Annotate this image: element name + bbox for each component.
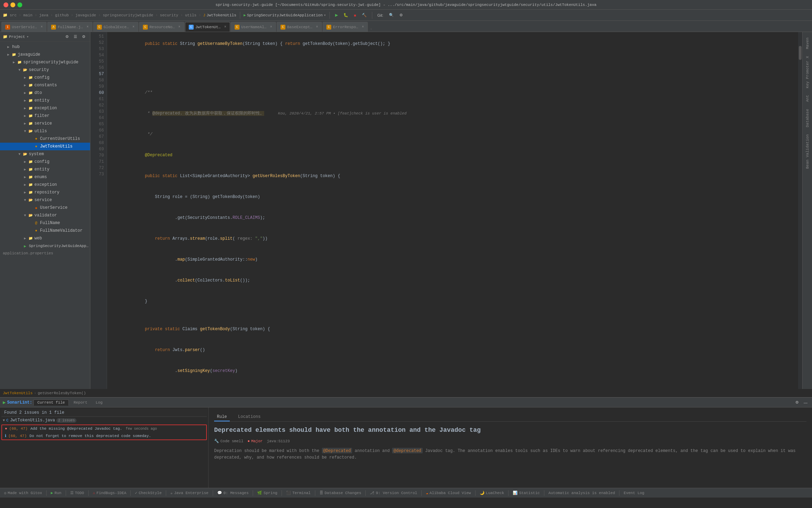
code-area[interactable]: 51 52 53 54 55 56 57 58 59 60 61 62 63 6… [90,32,802,389]
tree-item-enums[interactable]: ▶ 📁 enums [0,173,90,181]
tab-close-jwttokenutils[interactable]: × [224,25,226,29]
tree-item-security[interactable]: ▼ 📂 security [0,66,90,74]
bottom-close-button[interactable]: — [802,400,809,405]
status-statistic[interactable]: 📊 Statistic [511,491,541,495]
tree-item-javaguide[interactable]: ▶ 📁 javaguide [0,51,90,58]
bottom-settings-button[interactable]: ⚙ [794,399,801,405]
tab-close-resourcenotfound[interactable]: × [178,25,180,29]
tree-item-service-security[interactable]: ▶ 📁 service [0,120,90,127]
issue-item-1[interactable]: ● (60, 47) Add the missing @deprecated J… [2,425,206,432]
tree-item-currentuserutils[interactable]: ● CurrentUserUtils [0,135,90,143]
tree-item-system[interactable]: ▼ 📂 system [0,150,90,158]
tree-item-springsecurity[interactable]: ▶ 📁 springsecurityjwtguide [0,58,90,66]
toolbar-main[interactable]: main [23,13,32,17]
tree-item-dto[interactable]: ▶ 📁 dto [0,89,90,97]
issue-file-row[interactable]: ▼ C JwtTokenUtils.java 2 issues [1,417,207,424]
status-spring[interactable]: 🌿 Spring [256,491,279,495]
status-made-with[interactable]: ◎ Made with Gitox [3,491,43,495]
tab-jwttokenutils[interactable]: C JwtTokenUtils.java × [185,22,230,32]
status-todo[interactable]: ☰ TODO [69,491,86,495]
database-tab[interactable]: Database [804,106,811,130]
vertical-scrollbar[interactable] [798,32,802,389]
rule-tab-rule[interactable]: Rule [214,413,230,421]
tree-item-config2[interactable]: ▶ 📁 config [0,158,90,166]
status-event-log[interactable]: Event Log [622,491,645,495]
toolbar-src[interactable]: src [10,13,17,17]
sidebar-settings-button[interactable]: ☰ [72,34,79,40]
tree-item-fullname[interactable]: @ FullName [0,219,90,227]
tree-item-config[interactable]: ▶ 📁 config [0,74,90,81]
code-content[interactable]: public static String getUsernameByToken(… [107,32,798,389]
status-checkstyle[interactable]: ✓ CheckStyle [133,491,163,495]
tree-item-entity[interactable]: ▶ 📁 entity [0,97,90,104]
tree-item-web[interactable]: ▶ 📁 web [0,235,90,242]
tab-close-fullname[interactable]: × [87,25,89,29]
tree-item-service-system[interactable]: ▼ 📂 service [0,196,90,204]
tab-close-globalexception[interactable]: × [132,25,135,29]
tab-report[interactable]: Report [70,400,91,405]
sidebar-gear-button[interactable]: ⚙ [64,34,71,40]
tree-item-exception[interactable]: ▶ 📁 exception [0,104,90,112]
toolbar-security[interactable]: security [160,13,178,17]
tree-item-jwttokenutils[interactable]: ● JwtTokenUtils [0,143,90,150]
tree-item-properties[interactable]: application.properties [0,250,90,257]
toolbar-java[interactable]: java [39,13,48,17]
sonarlint-run-icon[interactable]: ▶ [3,399,6,405]
sidebar-settings2-button[interactable]: ⚙ [80,34,87,40]
tab-current-file[interactable]: Current file [33,399,68,406]
tree-item-exception2[interactable]: ▶ 📁 exception [0,181,90,189]
tab-fullname[interactable]: A FullName.java × [47,22,92,32]
tab-log[interactable]: Log [92,400,106,405]
minimize-button[interactable] [10,2,15,7]
toolbar-springsecurity[interactable]: springsecurityjwtguide [103,13,153,17]
toolbar-run-config[interactable]: ▶ SpringSecurityJwtGuideApplication ▾ [244,13,326,17]
rule-tab-locations[interactable]: Locations [235,413,263,421]
tab-globalexception[interactable]: C GlobalExceptionHandler.java × [93,22,138,32]
toolbar-utils[interactable]: utils [185,13,196,17]
status-findbugs[interactable]: ⚠ FindBugs-IDEA [91,491,128,495]
stop-button[interactable]: ■ [352,13,358,18]
ant-tab[interactable]: Ant [804,92,811,105]
tab-resourcenotfound[interactable]: C ResourceNotFoundException.java × [139,22,184,32]
tree-item-fullnamevalidator[interactable]: ● FullNameValidator [0,227,90,235]
key-promoter-tab[interactable]: Key Promoter X [804,53,811,91]
tree-item-validator[interactable]: ▼ 📂 validator [0,212,90,219]
status-java-enterprise[interactable]: ☕ Java Enterprise [169,491,210,495]
run-button[interactable]: ▶ [333,12,340,18]
debug-button[interactable]: 🐛 [342,12,350,18]
bean-validation-tab[interactable]: Bean Validation [804,132,811,172]
maven-tab[interactable]: Maven [804,35,811,52]
close-button[interactable] [3,2,8,7]
tree-item-userservice[interactable]: ◆ UserService [0,204,90,212]
search-button[interactable]: 🔍 [387,12,396,18]
tree-item-utils[interactable]: ▼ 📂 utils [0,127,90,135]
build-button[interactable]: 🔨 [360,12,368,18]
tree-item-hub[interactable]: ▶ hub [0,43,90,51]
tab-errorresponse[interactable]: C ErrorResponse.java × [323,22,368,32]
status-alibaba-cloud[interactable]: ☁ Alibaba Cloud View [424,491,472,495]
tab-baseexception[interactable]: C BaseException.java × [277,22,322,32]
tree-item-repository[interactable]: ▶ 📁 repository [0,189,90,196]
status-db-changes[interactable]: 🗄 Database Changes [318,491,363,495]
git-button[interactable]: Git: [376,13,385,18]
tab-userservice[interactable]: I UserService.java × [1,22,47,32]
status-luacheck[interactable]: 🌙 LuaCheck [478,491,506,495]
tree-item-constants[interactable]: ▶ 📁 constants [0,81,90,89]
maximize-button[interactable] [17,2,22,7]
tab-close-errorresponse[interactable]: × [362,25,364,29]
issue-item-2[interactable]: ℹ (60, 47) Do not forget to remove this … [2,432,206,439]
toolbar-github[interactable]: github [55,13,69,17]
toolbar-current-file[interactable]: J JwtTokenUtils [203,13,236,17]
tree-item-filter[interactable]: ▶ 📁 filter [0,112,90,120]
tab-close-baseexception[interactable]: × [316,25,318,29]
tab-close-usernamealready[interactable]: × [270,25,272,29]
tree-item-entity2[interactable]: ▶ 📁 entity [0,166,90,173]
tab-usernamealready[interactable]: C UserNameAlreadyExistException.java × [231,22,276,32]
tree-item-springapp[interactable]: ▶ SpringSecurityJwtGuideApplication [0,242,90,250]
toolbar-project-icon[interactable]: 📁 [3,13,8,17]
status-version-control[interactable]: ⎇ 9: Version Control [368,491,419,495]
tab-close-userservice[interactable]: × [41,25,43,29]
settings-button[interactable]: ⚙ [398,12,405,18]
status-terminal[interactable]: ⬛ Terminal [285,491,312,495]
status-run[interactable]: ▶ Run [49,491,63,495]
